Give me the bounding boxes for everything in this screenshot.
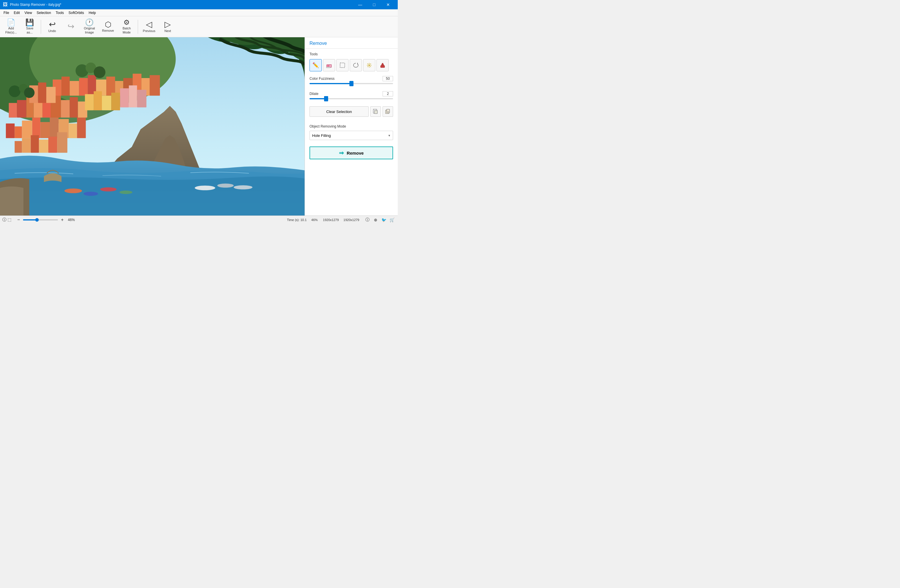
status-cart-btn[interactable]: 🛒 — [388, 216, 396, 223]
add-files-button[interactable]: 📄 AddFile(s)... — [2, 17, 20, 36]
app-icon: 🖼 — [3, 2, 8, 7]
svg-rect-83 — [387, 109, 389, 113]
next-icon: ▷ — [164, 20, 171, 28]
canvas-area[interactable] — [0, 37, 304, 216]
remove-toolbar-button[interactable]: ⬡ Remove — [99, 17, 117, 36]
svg-rect-66 — [340, 63, 345, 68]
remove-button[interactable]: ⇒ Remove — [309, 146, 393, 159]
italy-image — [0, 37, 304, 216]
titlebar: 🖼 Photo Stamp Remover - italy.jpg* — □ ✕ — [0, 0, 398, 9]
color-fuzziness-track[interactable] — [309, 83, 393, 84]
eraser-tool-button[interactable] — [323, 59, 335, 71]
lasso-tool-button[interactable] — [350, 59, 362, 71]
toolbar: 📄 AddFile(s)... 💾 Saveas... ↩ Undo ↪ 🕐 O… — [0, 16, 398, 37]
next-label: Next — [164, 29, 171, 33]
zoom-in-button[interactable]: + — [60, 217, 65, 222]
app-title: Photo Stamp Remover - italy.jpg* — [10, 3, 61, 7]
svg-rect-39 — [150, 75, 160, 96]
menu-file[interactable]: File — [1, 9, 11, 16]
maximize-button[interactable]: □ — [368, 0, 381, 9]
batch-mode-icon: ⚙ — [123, 19, 130, 26]
svg-rect-8 — [40, 122, 50, 138]
color-fuzziness-slider-row: Color Fuzziness 50 — [309, 76, 393, 84]
status-social-btn[interactable]: 🐦 — [380, 216, 387, 223]
original-image-label: OriginalImage — [84, 26, 95, 34]
menu-edit[interactable]: Edit — [11, 9, 22, 16]
zoom-out-button[interactable]: − — [16, 217, 21, 222]
minimize-button[interactable]: — — [354, 0, 367, 9]
redo-icon: ↪ — [68, 22, 74, 31]
status-info-icon[interactable]: ⓘ — [2, 217, 6, 222]
object-removing-dropdown[interactable]: Hole Filling Smart Fill Average Fill — [309, 131, 393, 140]
svg-line-71 — [368, 64, 368, 64]
color-fuzziness-thumb[interactable] — [349, 81, 354, 86]
toolbar-sep-1 — [41, 20, 41, 34]
add-files-icon: 📄 — [7, 19, 16, 26]
svg-point-52 — [100, 187, 116, 191]
rect-select-tool-button[interactable] — [336, 59, 349, 71]
batch-mode-button[interactable]: ⚙ BatchMode — [118, 17, 135, 36]
main-layout: Remove Tools ✏️ — [0, 37, 398, 216]
svg-rect-78 — [382, 63, 383, 65]
svg-point-53 — [119, 191, 132, 194]
original-image-button[interactable]: 🕐 OriginalImage — [81, 17, 98, 36]
zoom-slider-area: − + 46% — [16, 217, 75, 222]
color-fuzziness-header: Color Fuzziness 50 — [309, 76, 393, 81]
redo-button[interactable]: ↪ — [62, 17, 79, 36]
toolbar-sep-2 — [138, 20, 138, 34]
status-info-btn[interactable]: ⓘ — [364, 216, 371, 223]
statusbar: ⓘ ⬚ − + 46% Time (s): 10.1 46% 1920x1279… — [0, 216, 398, 224]
menu-tools[interactable]: Tools — [53, 9, 66, 16]
svg-rect-30 — [70, 81, 79, 96]
svg-rect-42 — [46, 87, 56, 103]
dilate-track[interactable] — [309, 98, 393, 99]
svg-rect-65 — [326, 67, 330, 68]
svg-rect-16 — [39, 140, 48, 153]
tools-section: Tools ✏️ — [305, 49, 398, 76]
dilate-header: Dilate 2 — [309, 91, 393, 96]
undo-label: Undo — [48, 29, 56, 33]
clear-selection-section: Clear Selection — [305, 106, 398, 121]
sidebar-title: Remove — [309, 41, 393, 46]
remove-button-label: Remove — [347, 150, 364, 155]
svg-rect-25 — [61, 100, 70, 117]
save-selection-button[interactable] — [370, 106, 381, 117]
remove-toolbar-icon: ⬡ — [105, 21, 112, 28]
previous-button[interactable]: ◁ Previous — [140, 17, 158, 36]
dilate-slider-row: Dilate 2 — [309, 91, 393, 99]
menu-view[interactable]: View — [22, 9, 34, 16]
svg-rect-12 — [77, 116, 86, 138]
status-frame-icon[interactable]: ⬚ — [8, 217, 11, 222]
close-button[interactable]: ✕ — [382, 0, 395, 9]
menubar: File Edit View Selection Tools SoftOrbit… — [0, 9, 398, 16]
undo-button[interactable]: ↩ Undo — [43, 17, 61, 36]
dilate-section: Dilate 2 — [305, 91, 398, 106]
zoom-thumb[interactable] — [35, 218, 39, 222]
stamp-tool-button[interactable] — [377, 59, 389, 71]
dilate-fill — [309, 98, 326, 99]
pencil-tool-button[interactable]: ✏️ — [309, 59, 322, 71]
menu-help[interactable]: Help — [87, 9, 98, 16]
status-share-btn[interactable]: ⊕ — [372, 216, 379, 223]
menu-selection[interactable]: Selection — [34, 9, 53, 16]
next-button[interactable]: ▷ Next — [159, 17, 177, 36]
undo-icon: ↩ — [49, 20, 56, 28]
dilate-label: Dilate — [309, 92, 318, 96]
menu-softorbits[interactable]: SoftOrbits — [66, 9, 86, 16]
load-selection-button[interactable] — [383, 106, 393, 117]
clear-selection-button[interactable]: Clear Selection — [309, 106, 369, 117]
svg-rect-44 — [94, 91, 102, 110]
add-files-label: AddFile(s)... — [5, 26, 17, 34]
titlebar-left: 🖼 Photo Stamp Remover - italy.jpg* — [3, 2, 61, 7]
svg-line-74 — [368, 66, 368, 67]
batch-mode-label: BatchMode — [123, 26, 131, 34]
magic-wand-tool-button[interactable] — [363, 59, 376, 71]
svg-point-62 — [94, 67, 106, 78]
zoom-track[interactable] — [23, 219, 58, 220]
dilate-thumb[interactable] — [324, 96, 328, 101]
photo-container — [0, 37, 304, 216]
svg-rect-43 — [85, 94, 94, 110]
save-as-button[interactable]: 💾 Saveas... — [21, 17, 39, 36]
zoom-fill — [23, 219, 37, 220]
svg-rect-11 — [69, 124, 77, 138]
